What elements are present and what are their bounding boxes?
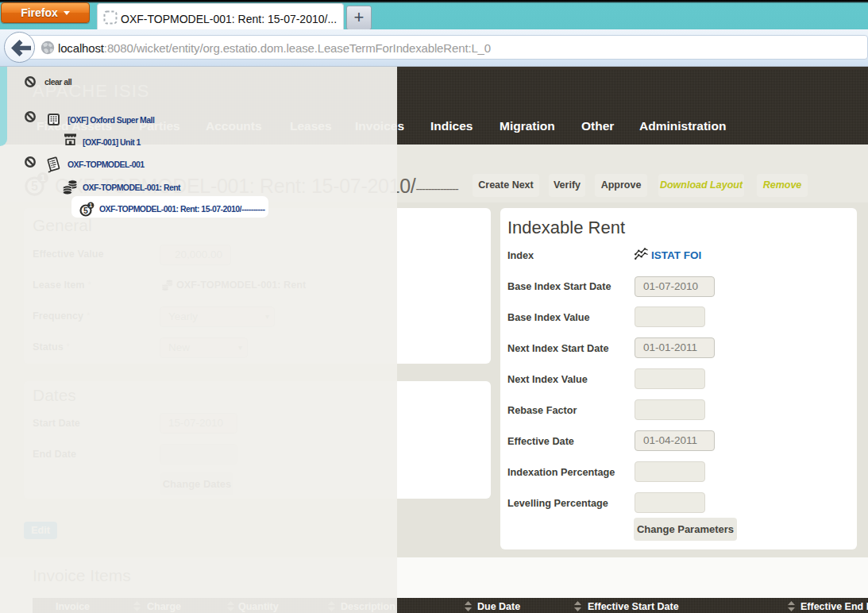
svg-text:1: 1 [89, 202, 92, 208]
svg-text:5: 5 [83, 206, 88, 215]
